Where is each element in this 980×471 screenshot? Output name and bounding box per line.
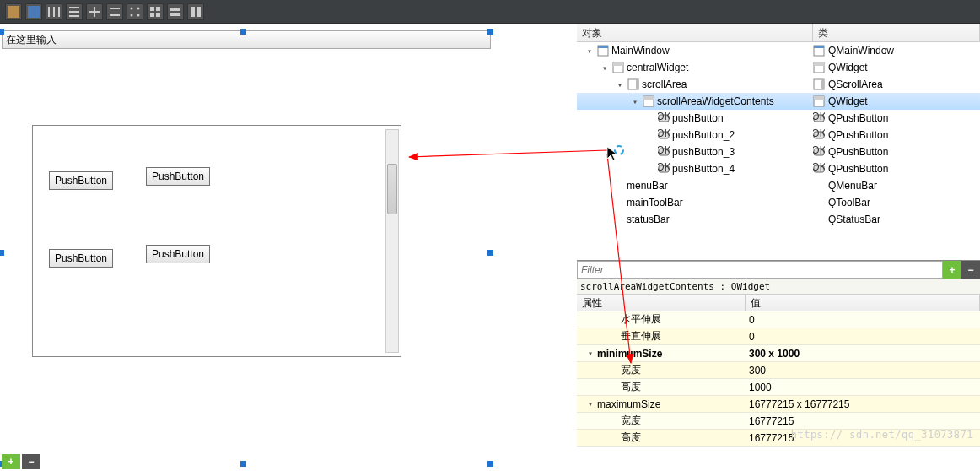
toolbar-button-6[interactable] — [106, 3, 123, 20]
property-value-cell[interactable]: 16777215 — [746, 415, 980, 427]
scrollbar-thumb[interactable] — [387, 164, 397, 214]
tree-row-scrollAreaWidgetContents[interactable]: ▾scrollAreaWidgetContentsQWidget — [577, 93, 980, 110]
property-value-cell[interactable]: 300 x 1000 — [746, 348, 980, 360]
add-property-button[interactable]: + — [943, 261, 961, 279]
filter-input[interactable] — [577, 261, 943, 279]
svg-rect-10 — [191, 7, 195, 17]
expander-icon[interactable]: ▾ — [615, 80, 625, 89]
window-title-input[interactable]: 在这里输入 — [2, 30, 491, 49]
property-rows[interactable]: 水平伸展0垂直伸展0▾minimumSize300 x 1000宽度300高度1… — [577, 311, 980, 447]
svg-rect-9 — [170, 13, 180, 16]
property-value-cell[interactable]: 300 — [746, 365, 980, 376]
tree-header-class: 类 — [813, 24, 980, 41]
toolbar-button-3[interactable] — [46, 3, 62, 20]
expander-icon[interactable]: ▾ — [584, 46, 595, 56]
svg-point-3 — [137, 14, 140, 16]
tree-row-menuBar[interactable]: menuBarQMenuBar — [577, 177, 980, 194]
class-icon — [813, 95, 825, 107]
toolbar-button-7[interactable] — [127, 3, 143, 20]
tree-row-pushButton[interactable]: OKpushButtonOKQPushButton — [577, 110, 980, 127]
property-value-cell[interactable]: 16777215 x 16777215 — [746, 398, 980, 410]
remove-property-button[interactable]: − — [961, 261, 980, 279]
main-toolbar — [0, 0, 980, 24]
property-row[interactable]: 水平伸展0 — [577, 311, 980, 328]
toolbar-button-10[interactable] — [187, 3, 204, 20]
object-name-label: pushButton_4 — [672, 163, 735, 175]
selection-handle[interactable] — [487, 250, 493, 256]
push-button-3[interactable]: PushButton — [49, 249, 113, 268]
push-button-4[interactable]: PushButton — [146, 245, 210, 263]
tree-row-pushButton_3[interactable]: OKpushButton_3OKQPushButton — [577, 143, 980, 160]
bottom-remove-button[interactable]: − — [22, 454, 40, 469]
tree-row-mainToolBar[interactable]: mainToolBarQToolBar — [577, 194, 980, 211]
tree-row-pushButton_4[interactable]: OKpushButton_4OKQPushButton — [577, 160, 980, 177]
expander-icon[interactable]: ▾ — [630, 97, 640, 106]
toolbar-button-1[interactable] — [5, 3, 22, 20]
class-icon: OK — [813, 163, 825, 175]
push-button-2[interactable]: PushButton — [146, 167, 210, 186]
scroll-area-contents[interactable]: PushButton PushButton PushButton PushBut… — [36, 129, 382, 353]
class-name-label: QPushButton — [828, 146, 888, 158]
selection-handle[interactable] — [0, 29, 4, 35]
toolbar-button-8[interactable] — [147, 3, 164, 20]
property-row[interactable]: 高度1000 — [577, 379, 980, 396]
selection-handle[interactable] — [240, 29, 246, 35]
tree-row-MainWindow[interactable]: ▾MainWindowQMainWindow — [577, 42, 980, 59]
object-tree[interactable]: ▾MainWindowQMainWindow▾centralWidgetQWid… — [577, 42, 980, 262]
title-placeholder-text: 在这里输入 — [6, 33, 57, 47]
property-name-label: 水平伸展 — [621, 312, 661, 327]
class-name-label: QPushButton — [828, 163, 888, 175]
property-expander-icon[interactable]: ▾ — [585, 399, 595, 409]
scroll-area-widget[interactable]: PushButton PushButton PushButton PushBut… — [32, 125, 401, 357]
selection-handle[interactable] — [487, 29, 493, 35]
svg-rect-21 — [821, 79, 824, 89]
property-row[interactable]: ▾minimumSize300 x 1000 — [577, 345, 980, 362]
toolbar-button-9[interactable] — [167, 3, 184, 20]
property-expander-icon[interactable]: ▾ — [585, 349, 595, 358]
toolbar-button-5[interactable] — [86, 3, 103, 20]
class-icon — [813, 180, 825, 192]
class-name-label: QMainWindow — [828, 45, 894, 57]
property-name-label: 宽度 — [621, 363, 641, 377]
property-name-label: minimumSize — [597, 348, 662, 360]
object-icon — [627, 78, 639, 90]
tree-row-scrollArea[interactable]: ▾scrollAreaQScrollArea — [577, 76, 980, 93]
selection-handle[interactable] — [487, 461, 493, 467]
bottom-add-button[interactable]: + — [2, 454, 20, 469]
property-name-label: 高度 — [621, 430, 641, 445]
svg-rect-5 — [156, 7, 160, 11]
toolbar-button-4[interactable] — [66, 3, 83, 20]
context-line: scrollAreaWidgetContents : QWidget — [577, 279, 980, 295]
selection-handle[interactable] — [0, 250, 4, 256]
toolbar-button-2[interactable] — [25, 3, 42, 20]
tree-row-centralWidget[interactable]: ▾centralWidgetQWidget — [577, 59, 980, 76]
property-value-cell[interactable]: 0 — [746, 331, 980, 343]
property-value-cell[interactable]: 1000 — [746, 382, 980, 393]
tree-header: 对象 类 — [577, 24, 980, 42]
class-icon — [813, 45, 825, 57]
tree-row-pushButton_2[interactable]: OKpushButton_2OKQPushButton — [577, 127, 980, 143]
property-row[interactable]: 垂直伸展0 — [577, 328, 980, 345]
svg-text:OK: OK — [813, 129, 825, 139]
svg-point-42 — [615, 146, 623, 154]
form-designer-canvas[interactable]: 在这里输入 PushButton PushButton PushButton P… — [0, 24, 577, 471]
push-button-1[interactable]: PushButton — [49, 171, 113, 190]
selection-handle[interactable] — [240, 461, 246, 467]
object-icon — [597, 45, 609, 57]
object-name-label: MainWindow — [611, 45, 670, 57]
class-icon — [813, 62, 825, 73]
class-name-label: QPushButton — [828, 129, 888, 141]
tree-row-statusBar[interactable]: statusBarQStatusBar — [577, 211, 980, 228]
property-row[interactable]: ▾maximumSize16777215 x 16777215 — [577, 396, 980, 413]
object-icon — [612, 197, 624, 208]
object-name-label: scrollArea — [642, 78, 687, 90]
property-value-cell[interactable]: 0 — [746, 314, 980, 326]
property-row[interactable]: 宽度300 — [577, 362, 980, 379]
property-row[interactable]: 高度16777215 — [577, 430, 980, 447]
object-icon — [612, 214, 624, 225]
property-row[interactable]: 宽度16777215 — [577, 413, 980, 430]
expander-icon[interactable]: ▾ — [600, 63, 610, 73]
class-name-label: QScrollArea — [828, 78, 883, 90]
property-value-cell[interactable]: 16777215 — [746, 432, 980, 444]
vertical-scrollbar[interactable] — [385, 129, 399, 353]
